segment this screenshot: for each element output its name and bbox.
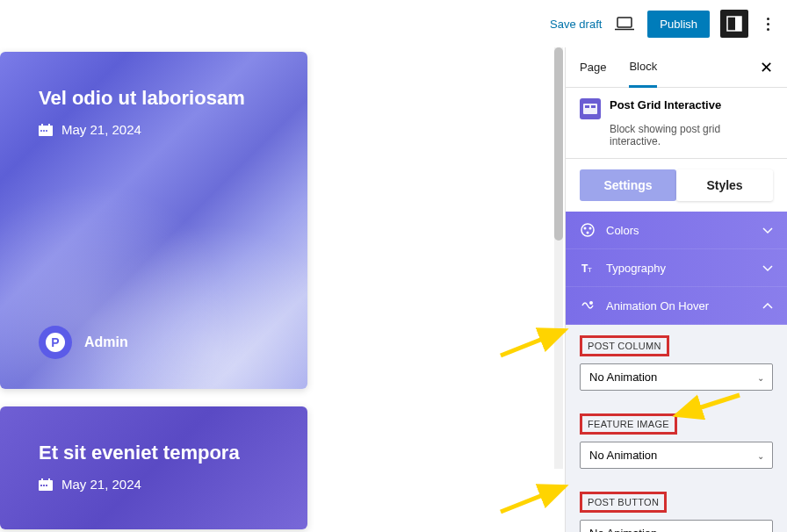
editor-topbar: Save draft Publish — [0, 0, 787, 47]
block-type-icon — [580, 98, 601, 119]
svg-rect-15 — [48, 478, 50, 481]
annotation-arrow — [496, 481, 571, 516]
svg-rect-17 — [43, 485, 45, 486]
dot-icon — [767, 18, 769, 20]
svg-rect-7 — [48, 124, 50, 126]
scrollbar-thumb[interactable] — [554, 47, 563, 241]
post-date: May 21, 2024 — [39, 477, 269, 492]
svg-point-22 — [581, 224, 594, 236]
annotation-arrow — [669, 391, 744, 426]
block-subtabs: Settings Styles — [566, 169, 787, 212]
svg-rect-6 — [41, 124, 43, 126]
panel-label: Colors — [606, 224, 639, 237]
palette-icon — [580, 222, 596, 238]
editor-canvas: Vel odio ut laboriosam May 21, 2024 P Ad… — [0, 47, 565, 532]
animation-icon — [580, 298, 596, 313]
svg-line-30 — [501, 330, 565, 356]
chevron-up-icon — [762, 299, 773, 313]
annotation-arrow — [496, 325, 571, 360]
control-post-button: POST BUTTON No Animation ⌄ — [566, 481, 787, 532]
calendar-icon — [39, 124, 53, 136]
sidebar-tabs: Page Block ✕ — [566, 47, 787, 88]
panel-icon — [726, 16, 742, 32]
close-sidebar-button[interactable]: ✕ — [760, 58, 773, 77]
control-label-feature-image: FEATURE IMAGE — [580, 413, 677, 435]
post-card[interactable]: Et sit eveniet tempora May 21, 2024 — [0, 406, 307, 529]
publish-button[interactable]: Publish — [647, 11, 710, 38]
svg-line-34 — [501, 486, 565, 512]
post-card[interactable]: Vel odio ut laboriosam May 21, 2024 P Ad… — [0, 52, 307, 389]
svg-rect-3 — [735, 17, 741, 31]
svg-rect-19 — [583, 104, 597, 114]
preview-button[interactable] — [612, 14, 637, 33]
laptop-icon — [615, 17, 634, 31]
post-date: May 21, 2024 — [39, 122, 269, 137]
block-info: Post Grid Interactive Block showing post… — [566, 88, 787, 159]
avatar: P — [39, 326, 72, 359]
post-date-text: May 21, 2024 — [61, 477, 141, 492]
chevron-down-icon — [762, 224, 773, 237]
vertical-scrollbar[interactable] — [554, 47, 563, 469]
settings-sidebar: Page Block ✕ Post Grid Interactive Block… — [565, 47, 787, 532]
svg-rect-21 — [591, 105, 596, 108]
dot-icon — [767, 23, 769, 25]
select-post-column-animation[interactable]: No Animation — [580, 363, 773, 391]
panel-typography[interactable]: TT Typography — [566, 249, 787, 287]
block-name: Post Grid Interactive — [610, 98, 721, 111]
subtab-settings[interactable]: Settings — [580, 169, 676, 201]
tab-block[interactable]: Block — [629, 47, 657, 88]
svg-rect-5 — [39, 126, 53, 128]
svg-text:T: T — [588, 266, 592, 274]
svg-rect-20 — [585, 105, 589, 108]
svg-rect-14 — [41, 478, 43, 481]
select-feature-image-animation[interactable]: No Animation — [580, 442, 773, 469]
subtab-styles[interactable]: Styles — [676, 169, 773, 201]
svg-point-23 — [584, 227, 587, 230]
svg-point-28 — [589, 301, 593, 305]
typography-icon: TT — [580, 260, 596, 276]
calendar-icon — [39, 478, 53, 491]
post-title: Et sit eveniet tempora — [39, 442, 269, 464]
author-name: Admin — [84, 334, 128, 350]
block-description: Block showing post grid interactive. — [610, 123, 773, 147]
svg-rect-18 — [46, 485, 47, 486]
svg-rect-16 — [40, 485, 42, 486]
control-label-post-button: POST BUTTON — [580, 492, 667, 513]
post-title: Vel odio ut laboriosam — [39, 87, 269, 110]
svg-rect-9 — [43, 130, 45, 132]
svg-rect-10 — [46, 130, 47, 132]
p-logo-icon: P — [46, 333, 65, 352]
svg-line-32 — [676, 395, 740, 415]
sidebar-toggle-button[interactable] — [720, 10, 748, 38]
panel-colors[interactable]: Colors — [566, 212, 787, 249]
tab-page[interactable]: Page — [580, 48, 606, 86]
panel-animation-hover[interactable]: Animation On Hover — [566, 287, 787, 325]
svg-text:P: P — [51, 335, 59, 349]
post-author: P Admin — [39, 326, 128, 359]
svg-point-25 — [587, 232, 589, 234]
chevron-down-icon — [762, 262, 773, 275]
svg-rect-0 — [617, 18, 632, 27]
panel-label: Animation On Hover — [606, 299, 709, 313]
more-options-button[interactable] — [759, 10, 776, 38]
save-draft-link[interactable]: Save draft — [550, 18, 602, 31]
select-post-button-animation[interactable]: No Animation — [580, 520, 773, 532]
style-panels: Colors TT Typography Animation On Hover — [566, 212, 787, 325]
dot-icon — [767, 28, 769, 31]
control-label-post-column: POST COLUMN — [580, 335, 669, 356]
svg-rect-8 — [40, 130, 42, 132]
svg-point-24 — [589, 227, 592, 230]
post-date-text: May 21, 2024 — [61, 122, 141, 137]
panel-label: Typography — [606, 262, 666, 275]
